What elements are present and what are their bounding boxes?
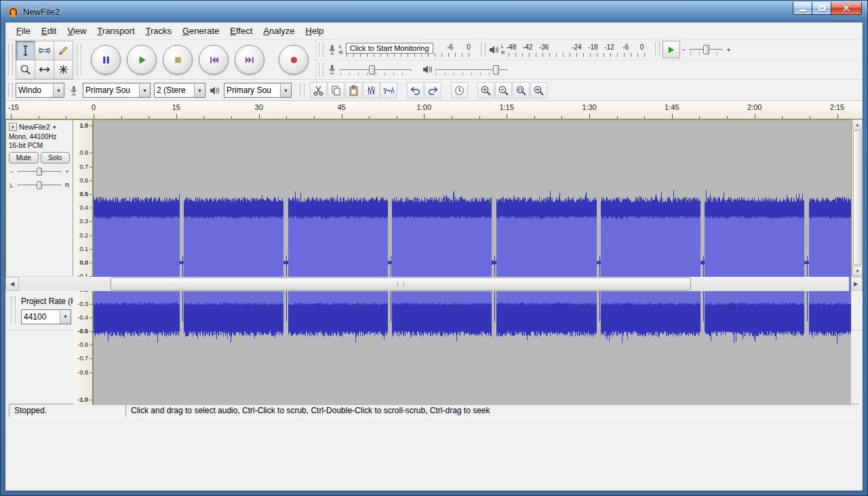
- play-at-speed-button[interactable]: [663, 41, 680, 58]
- waveform-display[interactable]: [93, 120, 851, 405]
- vruler-label: -0.7: [77, 355, 88, 362]
- multi-tool-button[interactable]: [54, 60, 73, 79]
- playback-meter-grip[interactable]: [481, 43, 486, 56]
- playback-meter-body[interactable]: -48-42-36-24-18-12-60: [507, 41, 652, 58]
- timeline-ruler[interactable]: -1501530451:001:151:301:452:002:15: [5, 101, 863, 119]
- menu-generate[interactable]: Generate: [177, 24, 224, 38]
- paste-button[interactable]: [345, 82, 362, 98]
- maximize-button[interactable]: [812, 2, 831, 15]
- silence-audio-button[interactable]: [380, 82, 397, 98]
- recording-meter[interactable]: LR Click to Start Monitoring -60: [326, 41, 478, 58]
- skip-to-end-icon: [244, 54, 256, 66]
- vertical-scrollbar-track[interactable]: [852, 130, 863, 266]
- undo-button[interactable]: [407, 82, 424, 98]
- title-bar[interactable]: NewFile2: [5, 1, 863, 22]
- draw-tool-button[interactable]: [54, 41, 73, 60]
- audio-host-select[interactable]: Windo▼: [16, 83, 64, 98]
- monitor-button[interactable]: Click to Start Monitoring: [346, 43, 433, 54]
- menu-analyze[interactable]: Analyze: [258, 24, 300, 38]
- tools-toolbar-grip[interactable]: [8, 44, 13, 75]
- vruler-tick: [90, 249, 92, 250]
- vertical-ruler[interactable]: 1.00.80.70.60.50.40.30.20.10.0-0.1-0.2-0…: [73, 120, 93, 405]
- scroll-up-button[interactable]: ▲: [852, 119, 863, 130]
- vertical-scrollbar[interactable]: ▲ ▼: [852, 119, 863, 276]
- timeline-tick: [644, 116, 645, 119]
- timeline-tick: [342, 114, 342, 119]
- time-shift-tool-icon: [39, 64, 50, 75]
- cut-button[interactable]: [310, 82, 327, 98]
- timeline-tick: [369, 116, 370, 119]
- track-title-menu[interactable]: NewFile2▼: [19, 123, 70, 131]
- input-channels-select[interactable]: 2 (Stere▼: [154, 83, 205, 98]
- playback-speed-thumb[interactable]: [703, 45, 709, 54]
- playback-meter[interactable]: LR -48-42-36-24-18-12-60: [488, 41, 652, 58]
- transport-toolbar-grip[interactable]: [77, 44, 81, 75]
- timeline-tick: [149, 116, 149, 119]
- redo-button[interactable]: [425, 82, 441, 98]
- envelope-tool-button[interactable]: [35, 41, 54, 60]
- menu-edit[interactable]: Edit: [36, 24, 62, 38]
- minimize-button[interactable]: [793, 2, 812, 15]
- pause-button[interactable]: [91, 45, 121, 75]
- recording-device-select[interactable]: Primary Sou▼: [83, 83, 151, 98]
- zoom-tool-button[interactable]: [16, 60, 35, 79]
- transcription-toolbar-grip[interactable]: [655, 43, 660, 56]
- fit-selection-button[interactable]: [513, 82, 530, 98]
- timeline-tick: [727, 116, 728, 119]
- device-toolbar-grip[interactable]: [8, 83, 13, 97]
- gain-slider[interactable]: [16, 166, 63, 177]
- track-close-button[interactable]: ×: [9, 123, 17, 131]
- fit-project-button[interactable]: [530, 82, 547, 98]
- edit-toolbar-grip[interactable]: [300, 83, 304, 97]
- close-button[interactable]: [831, 2, 862, 15]
- mute-button[interactable]: Mute: [9, 152, 39, 164]
- recording-meter-body[interactable]: Click to Start Monitoring -60: [345, 41, 478, 58]
- copy-button[interactable]: [328, 82, 344, 98]
- menu-view[interactable]: View: [62, 24, 92, 38]
- menu-transport[interactable]: Transport: [92, 24, 140, 38]
- pan-slider[interactable]: [16, 180, 63, 191]
- pan-thumb[interactable]: [37, 181, 42, 189]
- time-shift-tool-button[interactable]: [35, 60, 54, 79]
- menu-help[interactable]: Help: [300, 24, 330, 38]
- selection-tool-button[interactable]: [16, 41, 35, 60]
- skip-to-end-button[interactable]: [235, 45, 264, 75]
- play-button[interactable]: [127, 45, 157, 75]
- horizontal-scrollbar-track[interactable]: [19, 277, 849, 291]
- menu-tracks[interactable]: Tracks: [140, 24, 178, 38]
- playback-device-select[interactable]: Primary Sou▼: [224, 83, 292, 98]
- gain-thumb[interactable]: [37, 168, 42, 176]
- menu-file[interactable]: File: [11, 24, 36, 38]
- vertical-scrollbar-thumb[interactable]: [853, 130, 862, 265]
- vruler-tick: [90, 153, 92, 153]
- output-volume-thumb[interactable]: [493, 65, 499, 75]
- menu-effect[interactable]: Effect: [224, 24, 258, 38]
- output-volume-slider[interactable]: [433, 63, 509, 77]
- vruler-tick: [90, 221, 92, 222]
- scroll-right-button[interactable]: ▶: [849, 277, 863, 291]
- recording-meter-grip[interactable]: [319, 43, 323, 56]
- horizontal-scrollbar-thumb[interactable]: [111, 278, 692, 290]
- timeline-tick: [424, 114, 425, 119]
- zoom-out-button[interactable]: [495, 82, 512, 98]
- trim-outside-button[interactable]: [363, 82, 380, 98]
- solo-button[interactable]: Solo: [41, 152, 71, 164]
- playback-speed-slider[interactable]: [688, 43, 724, 56]
- horizontal-scrollbar[interactable]: ◀ ▶: [5, 276, 863, 291]
- record-button[interactable]: [279, 45, 309, 75]
- scroll-left-button[interactable]: ◀: [5, 277, 19, 291]
- scroll-down-button[interactable]: ▼: [852, 266, 863, 276]
- stop-button[interactable]: [163, 45, 193, 75]
- project-rate-select[interactable]: 44100▼: [21, 309, 71, 324]
- skip-to-start-button[interactable]: [199, 45, 229, 75]
- waveform-canvas[interactable]: [94, 120, 851, 405]
- vruler-tick: [90, 194, 92, 195]
- timeline-label: 1:30: [582, 103, 596, 111]
- input-volume-slider[interactable]: [338, 63, 414, 77]
- selection-toolbar-grip[interactable]: [11, 297, 16, 324]
- mixer-toolbar-grip[interactable]: [319, 63, 323, 77]
- redo-icon: [427, 85, 439, 96]
- input-volume-thumb[interactable]: [369, 65, 375, 75]
- sync-lock-button[interactable]: [451, 82, 468, 98]
- zoom-in-button[interactable]: [477, 82, 494, 98]
